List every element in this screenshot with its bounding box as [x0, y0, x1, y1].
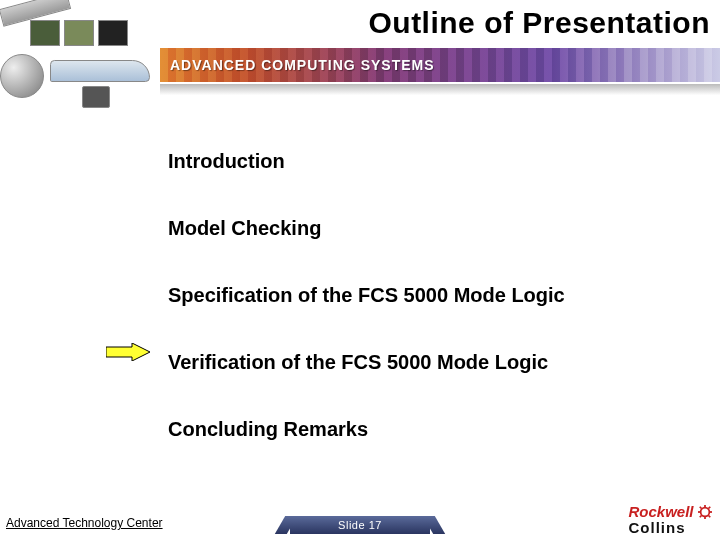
footer-left-text: Advanced Technology Center: [6, 516, 163, 530]
svg-line-9: [700, 516, 702, 518]
svg-marker-0: [106, 343, 150, 361]
rockwell-collins-logo: Rockwell Collins: [629, 504, 712, 536]
outline-item: Concluding Remarks: [168, 418, 688, 441]
gear-icon: [698, 505, 712, 519]
outline-list: Introduction Model Checking Specificatio…: [168, 150, 688, 485]
svg-point-1: [701, 508, 710, 517]
logo-bottom-text: Collins: [629, 519, 686, 536]
footer: Advanced Technology Center Slide 17 Rock…: [0, 506, 720, 540]
outline-item: Introduction: [168, 150, 688, 173]
logo-top-text: Rockwell: [629, 503, 694, 520]
outline-item: Model Checking: [168, 217, 688, 240]
current-topic-arrow-icon: [106, 343, 150, 361]
header-banner: ADVANCED COMPUTING SYSTEMS: [160, 48, 720, 82]
svg-line-7: [709, 516, 711, 518]
header: Outline of Presentation ADVANCED COMPUTI…: [0, 0, 720, 110]
outline-item: Verification of the FCS 5000 Mode Logic: [168, 351, 688, 374]
header-divider: [160, 84, 720, 100]
svg-line-6: [700, 507, 702, 509]
slide-number-text: Slide 17: [338, 519, 382, 531]
header-image-collage: [0, 0, 160, 110]
page-title: Outline of Presentation: [368, 6, 710, 40]
svg-line-8: [709, 507, 711, 509]
outline-item: Specification of the FCS 5000 Mode Logic: [168, 284, 688, 307]
banner-text: ADVANCED COMPUTING SYSTEMS: [170, 57, 435, 73]
slide-number-badge: Slide 17: [290, 516, 430, 534]
